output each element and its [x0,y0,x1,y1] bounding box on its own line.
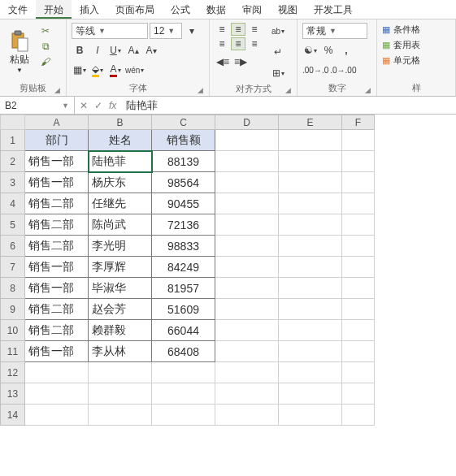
row-header-9[interactable]: 9 [1,299,25,320]
menu-data[interactable]: 数据 [198,0,234,19]
cell-F11[interactable] [342,341,375,362]
font-name-combo[interactable]: 等线▼ [72,23,148,39]
cell-E10[interactable] [279,320,342,341]
cell-F12[interactable] [342,362,375,383]
cell-E9[interactable] [279,299,342,320]
cell-A13[interactable] [25,383,89,405]
font-color-button[interactable]: A▾ [107,62,124,78]
row-header-3[interactable]: 3 [1,172,25,193]
cell-F14[interactable] [342,405,375,426]
row-header-14[interactable]: 14 [1,405,25,426]
decrease-font-icon[interactable]: ▾ [184,23,200,39]
cell-E2[interactable] [279,151,342,172]
cell-F9[interactable] [342,299,375,320]
cell-B4[interactable]: 任继先 [89,193,152,214]
name-box[interactable]: B2▼ [0,97,75,114]
clipboard-launcher[interactable]: ◢ [54,86,63,94]
cell-A2[interactable]: 销售一部 [25,151,89,172]
decrease-indent-icon[interactable]: ◀≡ [215,54,231,70]
cell-E4[interactable] [279,193,342,214]
cell-E5[interactable] [279,214,342,236]
italic-button[interactable]: I [89,42,106,58]
cell-D13[interactable] [215,383,279,405]
align-middle-icon[interactable]: ≡ [231,23,245,36]
cell-C7[interactable]: 84249 [152,257,215,278]
cell-F2[interactable] [342,151,375,172]
format-painter-icon[interactable]: 🖌 [39,55,52,68]
number-launcher[interactable]: ◢ [365,86,373,94]
cell-B14[interactable] [89,405,152,426]
cell-B8[interactable]: 毕淑华 [89,278,152,299]
cell-E12[interactable] [279,362,342,383]
cell-B13[interactable] [89,383,152,405]
menu-file[interactable]: 文件 [0,0,36,19]
conditional-format-button[interactable]: ▦条件格 [382,23,450,37]
cell-C8[interactable]: 81957 [152,278,215,299]
row-header-4[interactable]: 4 [1,193,25,214]
cell-E14[interactable] [279,405,342,426]
cell-A3[interactable]: 销售一部 [25,172,89,193]
cell-A1[interactable]: 部门 [25,130,89,151]
cell-A7[interactable]: 销售一部 [25,257,89,278]
currency-button[interactable]: ☯▾ [302,42,319,58]
col-header-D[interactable]: D [215,115,279,130]
row-header-6[interactable]: 6 [1,236,25,257]
cell-B5[interactable]: 陈尚武 [89,214,152,236]
phonetic-button[interactable]: wén▾ [125,62,144,78]
cell-C5[interactable]: 72136 [152,214,215,236]
cell-D1[interactable] [215,130,279,151]
cell-D9[interactable] [215,299,279,320]
align-top-icon[interactable]: ≡ [215,23,229,36]
cell-A6[interactable]: 销售二部 [25,236,89,257]
increase-indent-icon[interactable]: ≡▶ [232,54,249,70]
cell-C1[interactable]: 销售额 [152,130,215,151]
cell-A14[interactable] [25,405,89,426]
cell-C9[interactable]: 51609 [152,299,215,320]
cell-C6[interactable]: 98833 [152,236,215,257]
menu-view[interactable]: 视图 [270,0,306,19]
merge-button[interactable]: ⊞▾ [270,65,286,81]
cell-C11[interactable]: 68408 [152,341,215,362]
cancel-icon[interactable]: ✕ [80,100,88,111]
format-as-table-button[interactable]: ▦套用表 [382,38,450,52]
decrease-decimal-button[interactable]: .0→.00 [330,62,356,78]
cell-D4[interactable] [215,193,279,214]
cell-E3[interactable] [279,172,342,193]
paste-button[interactable]: 粘贴 ▼ [5,27,34,77]
cell-F3[interactable] [342,172,375,193]
col-header-C[interactable]: C [152,115,215,130]
cell-D6[interactable] [215,236,279,257]
wrap-text-button[interactable]: ↵ [270,44,286,60]
formula-content[interactable]: 陆艳菲 [121,97,456,114]
cell-E13[interactable] [279,383,342,405]
menu-home[interactable]: 开始 [36,0,72,19]
align-center-icon[interactable]: ≡ [231,37,245,50]
select-all[interactable] [1,115,25,130]
cell-E6[interactable] [279,236,342,257]
cell-F6[interactable] [342,236,375,257]
align-bottom-icon[interactable]: ≡ [247,23,262,36]
menu-review[interactable]: 审阅 [234,0,270,19]
align-launcher[interactable]: ◢ [285,86,293,94]
cell-A10[interactable]: 销售二部 [25,320,89,341]
border-button[interactable]: ▦▾ [72,62,88,78]
cell-A9[interactable]: 销售二部 [25,299,89,320]
cell-D8[interactable] [215,278,279,299]
row-header-10[interactable]: 10 [1,320,25,341]
cell-E7[interactable] [279,257,342,278]
decrease-font-button[interactable]: A▾ [143,42,159,58]
cell-B1[interactable]: 姓名 [89,130,152,151]
number-format-combo[interactable]: 常规▼ [302,23,367,39]
row-header-8[interactable]: 8 [1,278,25,299]
cell-C3[interactable]: 98564 [152,172,215,193]
cell-F13[interactable] [342,383,375,405]
cell-F10[interactable] [342,320,375,341]
col-header-E[interactable]: E [279,115,342,130]
row-header-7[interactable]: 7 [1,257,25,278]
cell-C2[interactable]: 88139 [152,151,215,172]
col-header-F[interactable]: F [342,115,375,130]
menu-dev[interactable]: 开发工具 [306,0,361,19]
fill-color-button[interactable]: ⬙▾ [89,62,106,78]
cell-D5[interactable] [215,214,279,236]
cell-D7[interactable] [215,257,279,278]
